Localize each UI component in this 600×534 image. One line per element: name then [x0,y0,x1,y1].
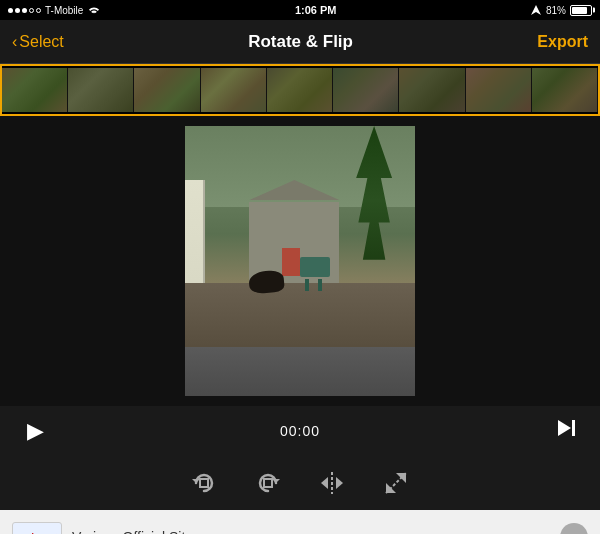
rotate-left-icon [188,467,220,499]
status-right: 81% [530,4,592,16]
play-button[interactable]: ▶ [20,418,50,444]
film-frame-4[interactable] [201,68,267,112]
back-chevron: ‹ [12,33,17,51]
status-left: T-Mobile [8,5,101,16]
svg-marker-5 [272,479,280,483]
video-scene [185,126,415,396]
film-frame-5[interactable] [267,68,333,112]
filmstrip[interactable] [0,64,600,116]
time-display: 1:06 PM [295,4,337,16]
back-label: Select [19,33,63,51]
svg-marker-9 [336,477,343,489]
skip-end-icon [553,416,577,440]
video-content [185,126,415,396]
edit-tools [0,456,600,510]
ad-logo: verizon✓ [12,522,62,534]
signal-dots [8,8,41,13]
back-button[interactable]: ‹ Select [12,33,64,51]
ad-text: Verizon Official Site [72,529,550,534]
svg-marker-0 [531,5,541,15]
export-button[interactable]: Export [537,33,588,51]
film-frame-3[interactable] [134,68,200,112]
nav-bar: ‹ Select Rotate & Flip Export [0,20,600,64]
film-frame-7[interactable] [399,68,465,112]
filmstrip-inner [2,68,598,112]
svg-rect-2 [572,420,575,436]
svg-rect-6 [264,479,272,487]
skip-to-end-button[interactable] [550,416,580,446]
playback-bar: ▶ 00:00 [0,406,600,456]
film-frame-1[interactable] [2,68,68,112]
flip-horizontal-icon [316,467,348,499]
video-area [0,116,600,406]
carrier-label: T-Mobile [45,5,83,16]
wifi-icon [87,5,101,15]
rotate-right-button[interactable] [252,467,284,499]
nav-title: Rotate & Flip [248,32,353,52]
time-counter: 00:00 [280,423,320,439]
film-frame-9[interactable] [532,68,598,112]
svg-rect-4 [200,479,208,487]
rotate-left-button[interactable] [188,467,220,499]
battery-icon [570,5,592,16]
film-frame-2[interactable] [68,68,134,112]
ad-chevron-button[interactable]: › [560,523,588,534]
ad-banner[interactable]: verizon✓ Verizon Official Site › [0,510,600,534]
film-frame-6[interactable] [333,68,399,112]
svg-marker-8 [321,477,328,489]
signal-icon [530,4,542,16]
flip-horizontal-button[interactable] [316,467,348,499]
flip-diagonal-button[interactable] [380,467,412,499]
svg-marker-1 [558,420,571,436]
status-bar: T-Mobile 1:06 PM 81% [0,0,600,20]
battery-fill [572,7,587,14]
flip-diagonal-icon [380,467,412,499]
film-frame-8[interactable] [466,68,532,112]
svg-marker-3 [192,479,200,483]
rotate-right-icon [252,467,284,499]
battery-percent: 81% [546,5,566,16]
